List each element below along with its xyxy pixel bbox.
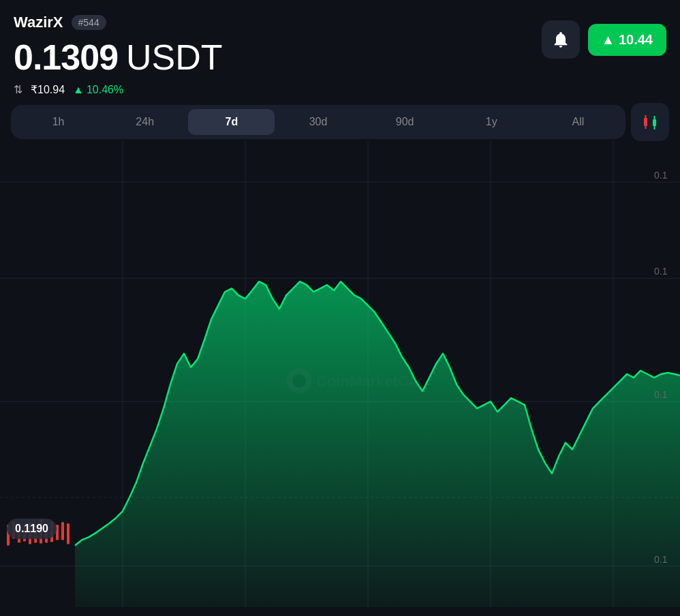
svg-rect-3: [653, 119, 656, 126]
svg-text:0.1: 0.1: [654, 170, 668, 181]
candle-chart-button[interactable]: [631, 103, 669, 141]
tab-1h[interactable]: 1h: [15, 109, 102, 135]
bell-button[interactable]: [542, 20, 580, 59]
price-label: 0.1190: [7, 519, 57, 539]
candlestick-icon: [640, 112, 660, 132]
time-tabs: 1h 24h 7d 30d 90d 1y All: [11, 105, 625, 139]
header-right: ▲ 10.44: [542, 14, 666, 59]
tabs-row: 1h 24h 7d 30d 90d 1y All: [11, 103, 669, 141]
tab-all[interactable]: All: [535, 109, 621, 135]
svg-rect-27: [61, 522, 64, 540]
app-name: WazirX: [14, 14, 63, 31]
change-value: 10.46%: [87, 84, 123, 96]
tab-30d[interactable]: 30d: [275, 109, 361, 135]
change-arrow: ▲: [73, 84, 84, 96]
tab-7d[interactable]: 7d: [188, 109, 275, 135]
svg-text:0.1: 0.1: [654, 266, 668, 277]
svg-rect-0: [644, 118, 647, 126]
tab-1y[interactable]: 1y: [448, 109, 535, 135]
price-inr: ₹10.94: [31, 83, 65, 96]
price-change-button[interactable]: ▲ 10.44: [588, 24, 666, 56]
price-value: 0.1309: [14, 37, 118, 78]
chart-container: 0.1 0.1 0.1 0.1 0.1190 CoinMarketCap: [0, 141, 680, 607]
arrows-icon: ⇅: [14, 83, 22, 96]
price-sub-row: ⇅ ₹10.94 ▲ 10.46%: [14, 83, 223, 96]
svg-rect-28: [67, 523, 69, 544]
bell-icon: [551, 30, 570, 49]
header-left: WazirX #544 0.1309 USDT ⇅ ₹10.94 ▲ 10.46…: [14, 14, 223, 96]
svg-text:0.1: 0.1: [654, 554, 668, 565]
header: WazirX #544 0.1309 USDT ⇅ ₹10.94 ▲ 10.46…: [0, 0, 680, 103]
tab-24h[interactable]: 24h: [102, 109, 188, 135]
price-chart: 0.1 0.1 0.1 0.1: [0, 141, 680, 607]
price-currency: USDT: [126, 37, 223, 78]
change-percent: ▲ 10.46%: [73, 84, 123, 96]
tab-90d[interactable]: 90d: [362, 109, 448, 135]
rank-badge: #544: [72, 15, 106, 30]
price-row: 0.1309 USDT: [14, 37, 223, 78]
svg-text:0.1: 0.1: [654, 389, 668, 400]
title-row: WazirX #544: [14, 14, 223, 31]
